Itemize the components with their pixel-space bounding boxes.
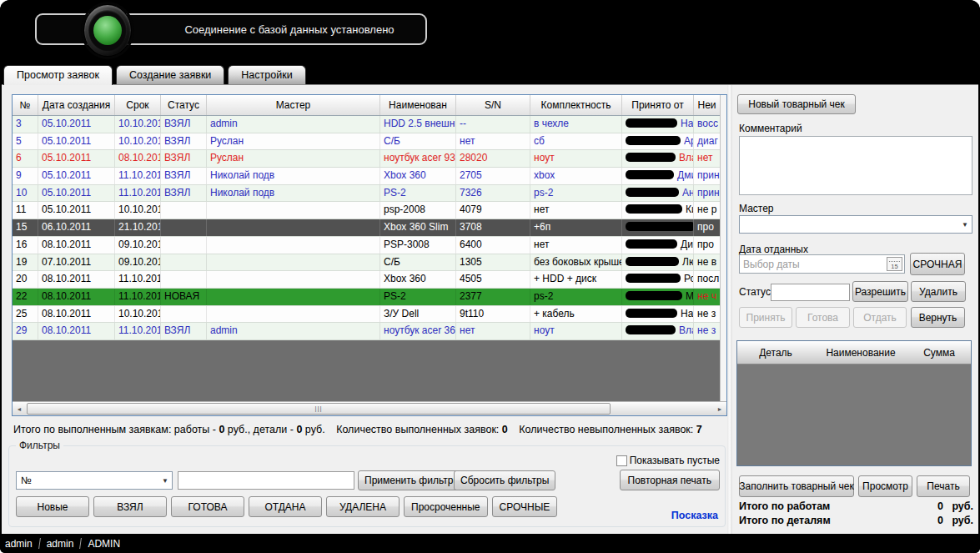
- table-row-16[interactable]: 1608.10.201109.10.2011PSP-30086400нетДим…: [13, 237, 720, 254]
- column-header-8[interactable]: Принято от: [622, 95, 694, 115]
- filter-field-select[interactable]: № ▼: [16, 471, 173, 490]
- request-details-panel: Новый товарный чек Комментарий Мастер ▼ …: [732, 85, 978, 535]
- table-row-22[interactable]: 2208.10.201111.10.2011НОВАЯPS-22377ps-2М…: [13, 289, 720, 306]
- status-filter-buttons: НовыеВЗЯЛГОТОВАОТДАНАУДАЛЕНАПросроченные…: [16, 496, 557, 517]
- redacted-phone: [626, 204, 682, 214]
- table-row-6[interactable]: 605.10.201108.10.2011ВЗЯЛРусланноутбук a…: [13, 150, 720, 168]
- redacted-phone: [626, 257, 679, 266]
- apply-filters-button[interactable]: Применить фильтры: [358, 470, 467, 490]
- filter-button-4[interactable]: УДАЛЕНА: [326, 496, 400, 517]
- column-header-6[interactable]: S/N: [456, 95, 530, 115]
- show-empty-checkbox[interactable]: [616, 455, 627, 466]
- table-row-9[interactable]: 905.10.201111.10.2011ВЗЯЛНиколай подвXbo…: [13, 168, 720, 185]
- table-row-20[interactable]: 2008.10.201111.10.2011Xbox 3604505+ HDD …: [13, 271, 720, 289]
- vertical-scrollbar[interactable]: [720, 95, 726, 401]
- column-header-4[interactable]: Мастер: [207, 95, 380, 115]
- filter-button-5[interactable]: Просроченные: [404, 496, 488, 517]
- filter-button-1[interactable]: ВЗЯЛ: [93, 496, 167, 517]
- requests-grid: №Дата созданияСрокСтатусМастерНаименован…: [12, 94, 727, 416]
- grid-rows: 305.10.201110.10.2011ВЗЯЛadminHDD 2.5 вн…: [13, 116, 720, 340]
- horizontal-scrollbar[interactable]: ◄ ||| ►: [13, 401, 726, 415]
- scroll-left-icon[interactable]: ◄: [13, 402, 26, 415]
- preview-button[interactable]: Просмотр: [858, 475, 912, 497]
- filter-value-input[interactable]: [178, 471, 354, 490]
- urgent-button[interactable]: СРОЧНАЯ: [910, 253, 965, 275]
- master-select[interactable]: ▼: [739, 215, 972, 234]
- statusbar-user: admin: [5, 538, 33, 550]
- status-label: Статус: [739, 286, 771, 298]
- parts-column-header-1[interactable]: Наименование: [814, 341, 907, 364]
- redacted-phone: [626, 153, 676, 162]
- handout-button[interactable]: Отдать: [853, 307, 907, 328]
- parts-column-header-2[interactable]: Сумма: [907, 341, 971, 364]
- return-button[interactable]: Вернуть: [911, 307, 965, 328]
- new-receipt-button[interactable]: Новый товарный чек: [737, 94, 856, 114]
- table-row-25[interactable]: 2508.10.201110.10.2011З/У Dell9t110+ каб…: [13, 306, 720, 324]
- allow-button[interactable]: Разрешить: [852, 281, 908, 302]
- app-window: Соединение с базой данных установлено Пр…: [0, 0, 980, 553]
- column-header-5[interactable]: Наименован: [380, 95, 456, 115]
- tab-bar: Просмотр заявокСоздание заявкиНастройки: [3, 65, 306, 84]
- date-given-picker[interactable]: Выбор даты 15: [739, 254, 905, 274]
- reprint-button[interactable]: Повторная печать: [620, 470, 720, 490]
- column-header-7[interactable]: Комплектность: [530, 95, 622, 115]
- filters-group-label: Фильтры: [16, 440, 63, 451]
- redacted-phone: [626, 188, 679, 197]
- column-header-3[interactable]: Статус: [161, 95, 207, 115]
- table-row-29[interactable]: 2908.10.201111.10.2011ВЗЯЛadminноутбук a…: [13, 323, 720, 340]
- column-header-1[interactable]: Дата создания: [38, 95, 115, 115]
- redacted-phone: [626, 309, 677, 318]
- table-row-10[interactable]: 1005.10.201111.10.2011ВЗЯЛНиколай подвPS…: [13, 185, 720, 203]
- title-area: Соединение с базой данных установлено: [0, 0, 980, 65]
- filter-button-0[interactable]: Новые: [16, 496, 89, 517]
- tab-page-view-requests: №Дата созданияСрокСтатусМастерНаименован…: [2, 84, 978, 534]
- connection-led-icon: [83, 4, 132, 57]
- print-button[interactable]: Печать: [917, 475, 970, 497]
- fill-receipt-button[interactable]: Заполнить товарный чек: [739, 475, 854, 497]
- comment-label: Комментарий: [739, 123, 802, 134]
- tab-2[interactable]: Настройки: [228, 65, 305, 84]
- table-row-5[interactable]: 505.10.201110.10.2011ВЗЯЛРусланС/БнетсбА…: [13, 133, 720, 151]
- show-empty-label: Показывать пустые: [630, 455, 720, 466]
- status-bar: admin admin ADMIN: [0, 534, 980, 553]
- total-parts-value: 0: [918, 515, 943, 528]
- redacted-phone: [626, 274, 681, 283]
- delete-button[interactable]: Удалить: [911, 281, 966, 302]
- panel-splitter[interactable]: [727, 85, 732, 535]
- grid-header: №Дата созданияСрокСтатусМастерНаименован…: [13, 95, 720, 116]
- table-row-3[interactable]: 305.10.201110.10.2011ВЗЯЛadminHDD 2.5 вн…: [13, 116, 720, 133]
- filter-button-3[interactable]: ОТДАНА: [249, 496, 322, 517]
- filters-groupbox: Фильтры № ▼ Применить фильтры Сбросить ф…: [8, 445, 726, 527]
- status-input[interactable]: [771, 284, 850, 301]
- table-row-15[interactable]: 1506.10.201121.10.2011Xbox 360 Slim3708+…: [13, 219, 720, 237]
- accept-button[interactable]: Принять: [739, 307, 792, 328]
- table-row-11[interactable]: 1105.10.201110.10.2011psp-20084079нетКир…: [13, 202, 720, 219]
- total-works-value: 0: [918, 500, 943, 514]
- led-green-light: [93, 16, 122, 45]
- parts-column-header-0[interactable]: Деталь: [737, 341, 814, 364]
- date-placeholder: Выбор даты: [740, 259, 887, 270]
- redacted-phone: [626, 291, 682, 300]
- parts-grid-header: ДетальНаименованиеСумма: [737, 341, 971, 364]
- total-works-row: Итого по работам 0 руб.: [739, 500, 973, 514]
- redacted-phone: [626, 325, 676, 334]
- parts-grid-empty-area: [737, 364, 971, 465]
- horizontal-scrollbar-thumb[interactable]: |||: [27, 403, 611, 415]
- redacted-phone: [626, 239, 677, 249]
- table-row-19[interactable]: 1907.10.201109.10.2011С/Б1305без боковых…: [13, 254, 720, 272]
- redacted-phone: [626, 136, 681, 145]
- reset-filters-button[interactable]: Сбросить фильтры: [454, 470, 555, 490]
- comment-textarea[interactable]: [739, 136, 972, 195]
- calendar-icon[interactable]: 15: [887, 257, 902, 271]
- redacted-phone: [626, 170, 674, 179]
- column-header-0[interactable]: №: [13, 95, 38, 115]
- hint-link[interactable]: Посказка: [671, 510, 718, 521]
- column-header-9[interactable]: Неи: [694, 95, 720, 115]
- tab-1[interactable]: Создание заявки: [116, 65, 224, 84]
- ready-button[interactable]: Готова: [796, 307, 850, 328]
- column-header-2[interactable]: Срок: [115, 95, 161, 115]
- filter-button-2[interactable]: ГОТОВА: [171, 496, 244, 517]
- scroll-right-icon[interactable]: ►: [713, 402, 726, 415]
- filter-button-6[interactable]: СРОЧНЫЕ: [492, 496, 558, 517]
- tab-0[interactable]: Просмотр заявок: [3, 65, 113, 85]
